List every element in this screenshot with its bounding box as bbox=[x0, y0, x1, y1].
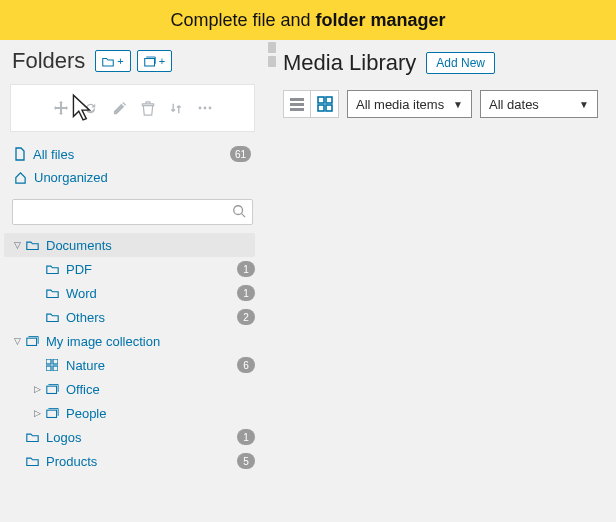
main-panel: Media Library Add New All media items ▼ … bbox=[275, 40, 616, 522]
all-files-label: All files bbox=[33, 147, 74, 162]
svg-rect-6 bbox=[46, 359, 51, 364]
date-select[interactable]: All dates ▼ bbox=[480, 90, 598, 118]
media-type-label: All media items bbox=[356, 97, 444, 112]
add-new-button[interactable]: Add New bbox=[426, 52, 495, 74]
home-icon bbox=[14, 171, 27, 184]
svg-rect-12 bbox=[290, 98, 304, 101]
folder-plus-icon bbox=[102, 56, 114, 67]
folder-icon bbox=[24, 455, 40, 467]
grid-icon bbox=[44, 359, 60, 371]
tree-item[interactable]: PDF1 bbox=[4, 257, 255, 281]
trash-icon[interactable] bbox=[141, 101, 155, 116]
count-badge: 2 bbox=[237, 309, 255, 325]
tree-item-label: PDF bbox=[66, 262, 237, 277]
tree-item-label: Word bbox=[66, 286, 237, 301]
move-icon[interactable] bbox=[53, 100, 69, 116]
svg-rect-13 bbox=[290, 103, 304, 106]
svg-rect-0 bbox=[145, 58, 155, 66]
svg-rect-5 bbox=[26, 338, 36, 345]
file-icon bbox=[14, 147, 26, 161]
tree-item[interactable]: Products5 bbox=[4, 449, 255, 473]
tree-item[interactable]: ▷People bbox=[4, 401, 255, 425]
plus-label: + bbox=[117, 55, 123, 67]
folder-icon bbox=[24, 431, 40, 443]
tree-item-label: People bbox=[66, 406, 255, 421]
top-banner: Complete file and folder manager bbox=[0, 0, 616, 40]
sidebar-resizer[interactable] bbox=[265, 40, 275, 522]
cursor-icon bbox=[71, 93, 93, 123]
folder-icon bbox=[44, 263, 60, 275]
svg-rect-8 bbox=[46, 366, 51, 371]
tree-item[interactable]: Nature6 bbox=[4, 353, 255, 377]
svg-point-1 bbox=[198, 107, 201, 110]
view-switch bbox=[283, 90, 339, 118]
rename-icon[interactable] bbox=[112, 101, 127, 116]
search-icon bbox=[232, 204, 246, 218]
count-badge: 61 bbox=[230, 146, 251, 162]
new-gallery-button[interactable]: + bbox=[137, 50, 172, 72]
sort-icon[interactable] bbox=[169, 102, 183, 115]
chevron-down-icon: ▼ bbox=[453, 99, 463, 110]
count-badge: 1 bbox=[237, 429, 255, 445]
caret-icon: ▷ bbox=[30, 408, 44, 418]
banner-text-b: folder manager bbox=[316, 10, 446, 31]
media-type-select[interactable]: All media items ▼ bbox=[347, 90, 472, 118]
svg-point-3 bbox=[208, 107, 211, 110]
main-header: Media Library Add New bbox=[281, 46, 616, 86]
sidebar-header: Folders + + bbox=[0, 40, 265, 84]
folder-icon bbox=[44, 311, 60, 323]
grid-view-icon bbox=[317, 96, 333, 112]
search-input[interactable] bbox=[12, 199, 253, 225]
app-body: Folders + + bbox=[0, 40, 616, 522]
count-badge: 5 bbox=[237, 453, 255, 469]
page-title: Media Library bbox=[283, 50, 416, 76]
gallery-icon bbox=[44, 407, 60, 419]
chevron-down-icon: ▼ bbox=[579, 99, 589, 110]
svg-rect-15 bbox=[318, 97, 324, 103]
unorganized-link[interactable]: Unorganized bbox=[12, 166, 253, 189]
folder-icon bbox=[44, 287, 60, 299]
svg-rect-11 bbox=[46, 410, 56, 417]
svg-rect-16 bbox=[326, 97, 332, 103]
tree-item-label: Logos bbox=[46, 430, 237, 445]
tree-item-label: Documents bbox=[46, 238, 255, 253]
svg-rect-10 bbox=[46, 386, 56, 393]
folder-toolbar bbox=[10, 84, 255, 132]
more-icon[interactable] bbox=[197, 105, 213, 111]
tree-item[interactable]: ▷Office bbox=[4, 377, 255, 401]
tree-item[interactable]: ▽Documents bbox=[4, 233, 255, 257]
svg-rect-7 bbox=[53, 359, 58, 364]
svg-rect-17 bbox=[318, 105, 324, 111]
tree-item[interactable]: Others2 bbox=[4, 305, 255, 329]
resizer-handle-icon bbox=[267, 42, 277, 68]
count-badge: 6 bbox=[237, 357, 255, 373]
main-toolbar: All media items ▼ All dates ▼ bbox=[281, 86, 616, 118]
list-view-icon bbox=[289, 97, 305, 111]
svg-rect-14 bbox=[290, 108, 304, 111]
date-label: All dates bbox=[489, 97, 539, 112]
gallery-icon bbox=[24, 335, 40, 347]
tree-item[interactable]: ▽My image collection bbox=[4, 329, 255, 353]
plus-label: + bbox=[159, 55, 165, 67]
tree-item-label: Others bbox=[66, 310, 237, 325]
tree-item[interactable]: Word1 bbox=[4, 281, 255, 305]
count-badge: 1 bbox=[237, 261, 255, 277]
unorganized-label: Unorganized bbox=[34, 170, 108, 185]
grid-view-button[interactable] bbox=[311, 90, 339, 118]
all-files-link[interactable]: All files 61 bbox=[12, 142, 253, 166]
new-folder-button[interactable]: + bbox=[95, 50, 130, 72]
folder-tree: ▽DocumentsPDF1Word1Others2▽My image coll… bbox=[0, 233, 265, 473]
folders-sidebar: Folders + + bbox=[0, 40, 265, 522]
folder-search bbox=[12, 199, 253, 225]
tree-item[interactable]: Logos1 bbox=[4, 425, 255, 449]
tree-item-label: Products bbox=[46, 454, 237, 469]
banner-text-a: Complete file and bbox=[170, 10, 310, 31]
svg-rect-9 bbox=[53, 366, 58, 371]
svg-point-4 bbox=[234, 206, 243, 215]
caret-icon: ▷ bbox=[30, 384, 44, 394]
tree-item-label: My image collection bbox=[46, 334, 255, 349]
svg-point-2 bbox=[203, 107, 206, 110]
tree-item-label: Office bbox=[66, 382, 255, 397]
list-view-button[interactable] bbox=[283, 90, 311, 118]
gallery-icon bbox=[44, 383, 60, 395]
